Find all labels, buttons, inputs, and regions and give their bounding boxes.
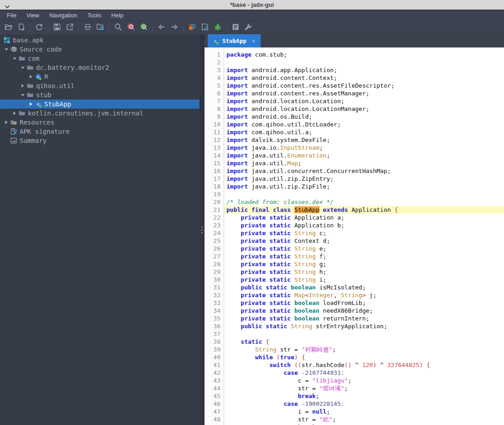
code-line-content[interactable]: import com.qihoo.util.DtcLoader; (224, 121, 504, 128)
sync-with-editor-button[interactable] (94, 22, 106, 33)
collapse-arrow-icon[interactable] (3, 46, 10, 52)
expand-arrow-icon[interactable] (19, 84, 26, 88)
code-line-content[interactable]: c = "libjiagu"; (224, 377, 504, 384)
code-line-content[interactable]: /* loaded from: classes.dex */ (224, 198, 504, 206)
open-file-button[interactable] (3, 22, 15, 33)
code-line-content[interactable]: private static boolean loadFromLib; (224, 299, 504, 307)
code-line-content[interactable]: String str = "衬颖峠뫮"; (224, 346, 504, 353)
code-line-content[interactable]: import java.util.Enumeration; (224, 152, 504, 159)
code-line-content[interactable]: import com.qihoo.util.a; (224, 128, 504, 136)
code-line-content[interactable]: import android.location.Location; (224, 97, 504, 105)
code-line-content[interactable]: case -1900228145: (224, 400, 504, 408)
code-editor[interactable]: 1package com.stub;23import android.app.A… (205, 47, 504, 425)
code-line-content[interactable]: private static String g; (224, 260, 504, 268)
rename-button[interactable] (199, 22, 211, 33)
expand-arrow-icon[interactable] (27, 102, 34, 106)
tree-item-com[interactable]: com (0, 54, 200, 63)
tree-item-dc-battery-monitor2[interactable]: dc.battery.monitor2 (0, 63, 200, 72)
code-line-content[interactable]: private static String f; (224, 252, 504, 260)
code-line-content[interactable]: private static Application a; (224, 214, 504, 221)
code-line-content[interactable]: import android.location.LocationManager; (224, 105, 504, 113)
code-line-content[interactable]: import android.os.Build; (224, 113, 504, 121)
reload-button[interactable] (33, 22, 45, 33)
menu-item-navigation[interactable]: Navigation (44, 11, 82, 20)
tree-item-resources[interactable]: Resources (0, 118, 200, 127)
flatten-packages-icon (83, 22, 92, 33)
code-line-content[interactable]: break; (224, 423, 504, 425)
menu-item-view[interactable]: View (21, 11, 44, 20)
comment-search-button[interactable] (138, 22, 150, 33)
export-button[interactable] (64, 22, 76, 33)
code-line-content[interactable]: package com.stub; (224, 51, 504, 58)
code-line-content[interactable]: private static boolean returnIntern; (224, 315, 504, 322)
window-menu-chevron-icon[interactable] (5, 2, 10, 10)
code-line-content[interactable]: private static Context d; (224, 237, 504, 245)
code-line-content[interactable]: private static boolean needX86Bridge; (224, 307, 504, 315)
tree-item-r[interactable]: cR (0, 72, 200, 81)
code-line-content[interactable]: public static String strEntryApplication… (224, 322, 504, 330)
code-line-content[interactable] (224, 58, 504, 66)
menu-item-file[interactable]: File (2, 11, 21, 20)
add-files-button[interactable] (16, 22, 27, 33)
code-line-content[interactable]: import java.util.concurrent.ConcurrentHa… (224, 167, 504, 175)
back-button[interactable] (156, 22, 168, 33)
code-line-content[interactable]: public static boolean isMcIsolated; (224, 283, 504, 291)
expand-arrow-icon[interactable] (3, 121, 10, 124)
text-search-button[interactable] (112, 22, 124, 33)
tree-item-qihoo-util[interactable]: qihoo.util (0, 81, 200, 90)
tree-item-stub[interactable]: stub (0, 90, 200, 100)
preferences-button[interactable] (242, 22, 254, 33)
tree-item-summary[interactable]: Summary (0, 136, 200, 145)
code-line-content[interactable]: private static Application b; (224, 221, 504, 229)
code-line-content[interactable]: private static String h; (224, 268, 504, 276)
tree-item-apk-signature[interactable]: APK signature (0, 127, 200, 136)
panel-splitter[interactable] (200, 34, 205, 425)
menu-item-tools[interactable]: Tools (82, 11, 106, 20)
collapse-arrow-icon[interactable] (19, 92, 26, 98)
code-line-content[interactable]: private static String c; (224, 229, 504, 237)
code-line-content[interactable]: import android.content.Context; (224, 74, 504, 82)
save-all-button[interactable] (51, 22, 63, 33)
tree-item-kotlin-coroutines-jvm-internal[interactable]: kotlin.coroutines.jvm.internal (0, 109, 200, 118)
code-line-content[interactable]: import java.io.InputStream; (224, 144, 504, 152)
code-line-content[interactable] (224, 330, 504, 338)
code-line-content[interactable]: import android.app.Application; (224, 66, 504, 74)
code-line-content[interactable]: import java.util.zip.ZipFile; (224, 183, 504, 190)
class-search-button[interactable] (125, 22, 137, 33)
code-line-content[interactable]: private static Map<Integer, String> j; (224, 291, 504, 299)
tree-item-stubapp[interactable]: cStubApp (0, 100, 200, 109)
expand-arrow-icon[interactable] (27, 75, 34, 79)
collapse-arrow-icon[interactable] (19, 64, 26, 71)
debugger-button[interactable] (212, 22, 224, 33)
code-line-content[interactable]: import dalvik.system.DexFile; (224, 136, 504, 144)
tree-item-base-apk[interactable]: base.apk (0, 36, 200, 45)
code-line-content[interactable]: while (true) { (224, 353, 504, 361)
expand-arrow-icon[interactable] (11, 111, 18, 115)
code-line-content[interactable]: str = "紇"; (224, 415, 504, 423)
code-line-content[interactable]: import java.util.Map; (224, 159, 504, 167)
tab-stubapp[interactable]: c StubApp × (208, 34, 261, 47)
title-bar: *base - jadx-gui (0, 0, 504, 10)
code-line-content[interactable]: import android.content.res.AssetManager; (224, 89, 504, 97)
code-line-content[interactable]: i = null; (224, 408, 504, 415)
forward-button[interactable] (168, 22, 180, 33)
deobfuscation-button[interactable] (186, 22, 198, 33)
code-line-content[interactable]: break; (224, 392, 504, 400)
code-line-content[interactable]: private static String i; (224, 276, 504, 283)
tab-close-icon[interactable]: × (251, 37, 256, 44)
code-line-content[interactable]: private static String e; (224, 245, 504, 252)
menu-item-help[interactable]: Help (106, 11, 129, 20)
code-line-content[interactable]: case -2107744931: (224, 369, 504, 377)
flatten-packages-button[interactable] (82, 22, 94, 33)
code-line-content[interactable]: static { (224, 338, 504, 346)
code-line-content[interactable]: import android.content.res.AssetFileDesc… (224, 82, 504, 89)
code-line-content[interactable]: switch ((str.hashCode() ^ 120) ^ 3276448… (224, 361, 504, 369)
code-line-content[interactable]: str = "㑌벼㳦"; (224, 384, 504, 392)
code-line-content[interactable]: import java.util.zip.ZipEntry; (224, 175, 504, 183)
tree-item-source-code[interactable]: Source code (0, 45, 200, 54)
tree-item-label: R (44, 73, 48, 80)
collapse-arrow-icon[interactable] (11, 55, 18, 62)
log-viewer-button[interactable] (230, 22, 242, 33)
code-line-content[interactable]: public final class StubApp extends Appli… (224, 206, 504, 214)
code-line-content[interactable] (224, 190, 504, 198)
